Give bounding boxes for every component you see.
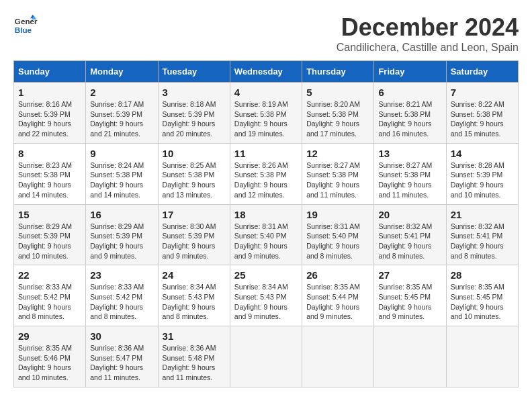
- day-number: 28: [451, 269, 514, 281]
- calendar-body: 1Sunrise: 8:16 AM Sunset: 5:39 PM Daylig…: [14, 83, 519, 387]
- day-info: Sunrise: 8:24 AM Sunset: 5:38 PM Dayligh…: [90, 161, 153, 200]
- day-number: 21: [451, 209, 514, 220]
- calendar-cell: 25Sunrise: 8:34 AM Sunset: 5:43 PM Dayli…: [230, 265, 302, 326]
- calendar-week-3: 15Sunrise: 8:29 AM Sunset: 5:39 PM Dayli…: [14, 204, 519, 265]
- day-info: Sunrise: 8:36 AM Sunset: 5:48 PM Dayligh…: [163, 343, 226, 383]
- day-number: 25: [234, 269, 298, 281]
- day-number: 20: [378, 209, 441, 220]
- location-title: Candilichera, Castille and Leon, Spain: [337, 42, 519, 54]
- day-info: Sunrise: 8:21 AM Sunset: 5:38 PM Dayligh…: [378, 99, 441, 139]
- day-number: 12: [306, 148, 369, 159]
- day-info: Sunrise: 8:18 AM Sunset: 5:39 PM Dayligh…: [163, 99, 226, 139]
- day-info: Sunrise: 8:17 AM Sunset: 5:39 PM Dayligh…: [90, 99, 153, 139]
- day-number: 23: [90, 269, 153, 281]
- day-number: 2: [90, 87, 153, 98]
- calendar-cell: 11Sunrise: 8:26 AM Sunset: 5:38 PM Dayli…: [230, 143, 302, 204]
- calendar-cell: 26Sunrise: 8:35 AM Sunset: 5:44 PM Dayli…: [302, 265, 374, 326]
- day-number: 30: [90, 330, 153, 342]
- calendar-cell: 24Sunrise: 8:34 AM Sunset: 5:43 PM Dayli…: [158, 265, 230, 326]
- svg-text:Blue: Blue: [15, 26, 32, 34]
- calendar-week-5: 29Sunrise: 8:35 AM Sunset: 5:46 PM Dayli…: [14, 326, 519, 387]
- day-info: Sunrise: 8:32 AM Sunset: 5:41 PM Dayligh…: [378, 222, 441, 261]
- calendar-cell: 6Sunrise: 8:21 AM Sunset: 5:38 PM Daylig…: [374, 83, 446, 144]
- day-number: 29: [18, 330, 81, 342]
- day-info: Sunrise: 8:26 AM Sunset: 5:38 PM Dayligh…: [234, 161, 298, 200]
- calendar-week-2: 8Sunrise: 8:23 AM Sunset: 5:38 PM Daylig…: [14, 143, 519, 204]
- day-info: Sunrise: 8:28 AM Sunset: 5:39 PM Dayligh…: [451, 161, 514, 200]
- calendar-cell: 30Sunrise: 8:36 AM Sunset: 5:47 PM Dayli…: [86, 326, 158, 387]
- title-section: December 2024 Candilichera, Castille and…: [337, 13, 519, 54]
- calendar-cell: 16Sunrise: 8:29 AM Sunset: 5:39 PM Dayli…: [86, 204, 158, 265]
- calendar-cell: [374, 326, 446, 387]
- day-info: Sunrise: 8:16 AM Sunset: 5:39 PM Dayligh…: [18, 99, 81, 139]
- day-info: Sunrise: 8:25 AM Sunset: 5:38 PM Dayligh…: [163, 161, 226, 200]
- calendar-cell: 2Sunrise: 8:17 AM Sunset: 5:39 PM Daylig…: [86, 83, 158, 144]
- day-info: Sunrise: 8:27 AM Sunset: 5:38 PM Dayligh…: [306, 161, 369, 200]
- day-info: Sunrise: 8:33 AM Sunset: 5:42 PM Dayligh…: [18, 282, 81, 322]
- calendar-header-row: SundayMondayTuesdayWednesdayThursdayFrid…: [14, 61, 519, 83]
- calendar-cell: [230, 326, 302, 387]
- day-info: Sunrise: 8:34 AM Sunset: 5:43 PM Dayligh…: [163, 282, 226, 322]
- day-number: 4: [234, 87, 298, 98]
- calendar-table: SundayMondayTuesdayWednesdayThursdayFrid…: [13, 60, 519, 387]
- calendar-cell: 23Sunrise: 8:33 AM Sunset: 5:42 PM Dayli…: [86, 265, 158, 326]
- day-info: Sunrise: 8:19 AM Sunset: 5:38 PM Dayligh…: [234, 99, 298, 139]
- day-number: 5: [306, 87, 369, 98]
- day-info: Sunrise: 8:31 AM Sunset: 5:40 PM Dayligh…: [234, 222, 298, 261]
- calendar-cell: 3Sunrise: 8:18 AM Sunset: 5:39 PM Daylig…: [158, 83, 230, 144]
- month-title: December 2024: [337, 13, 519, 42]
- day-header-sunday: Sunday: [14, 61, 86, 83]
- calendar-cell: 7Sunrise: 8:22 AM Sunset: 5:38 PM Daylig…: [446, 83, 518, 144]
- day-header-saturday: Saturday: [446, 61, 518, 83]
- day-number: 14: [451, 148, 514, 159]
- day-number: 1: [18, 87, 81, 98]
- calendar-cell: 15Sunrise: 8:29 AM Sunset: 5:39 PM Dayli…: [14, 204, 86, 265]
- day-header-tuesday: Tuesday: [158, 61, 230, 83]
- calendar-week-4: 22Sunrise: 8:33 AM Sunset: 5:42 PM Dayli…: [14, 265, 519, 326]
- day-number: 3: [163, 87, 226, 98]
- day-number: 13: [378, 148, 441, 159]
- day-info: Sunrise: 8:33 AM Sunset: 5:42 PM Dayligh…: [90, 282, 153, 322]
- day-number: 7: [451, 87, 514, 98]
- day-number: 22: [18, 269, 81, 281]
- day-info: Sunrise: 8:31 AM Sunset: 5:40 PM Dayligh…: [306, 222, 369, 261]
- day-number: 27: [378, 269, 441, 281]
- calendar-cell: 10Sunrise: 8:25 AM Sunset: 5:38 PM Dayli…: [158, 143, 230, 204]
- day-info: Sunrise: 8:32 AM Sunset: 5:41 PM Dayligh…: [451, 222, 514, 261]
- day-number: 19: [306, 209, 369, 220]
- day-number: 9: [90, 148, 153, 159]
- day-info: Sunrise: 8:29 AM Sunset: 5:39 PM Dayligh…: [18, 222, 81, 261]
- day-info: Sunrise: 8:35 AM Sunset: 5:46 PM Dayligh…: [18, 343, 81, 383]
- page-header: General Blue December 2024 Candilichera,…: [13, 13, 519, 54]
- day-number: 16: [90, 209, 153, 220]
- calendar-cell: 20Sunrise: 8:32 AM Sunset: 5:41 PM Dayli…: [374, 204, 446, 265]
- day-header-friday: Friday: [374, 61, 446, 83]
- day-header-thursday: Thursday: [302, 61, 374, 83]
- day-info: Sunrise: 8:23 AM Sunset: 5:38 PM Dayligh…: [18, 161, 81, 200]
- day-info: Sunrise: 8:22 AM Sunset: 5:38 PM Dayligh…: [451, 99, 514, 139]
- day-info: Sunrise: 8:35 AM Sunset: 5:45 PM Dayligh…: [378, 282, 441, 322]
- calendar-cell: 27Sunrise: 8:35 AM Sunset: 5:45 PM Dayli…: [374, 265, 446, 326]
- day-number: 26: [306, 269, 369, 281]
- day-number: 31: [163, 330, 226, 342]
- calendar-cell: 22Sunrise: 8:33 AM Sunset: 5:42 PM Dayli…: [14, 265, 86, 326]
- calendar-cell: 12Sunrise: 8:27 AM Sunset: 5:38 PM Dayli…: [302, 143, 374, 204]
- day-info: Sunrise: 8:36 AM Sunset: 5:47 PM Dayligh…: [90, 343, 153, 383]
- day-number: 11: [234, 148, 298, 159]
- calendar-week-1: 1Sunrise: 8:16 AM Sunset: 5:39 PM Daylig…: [14, 83, 519, 144]
- day-info: Sunrise: 8:27 AM Sunset: 5:38 PM Dayligh…: [378, 161, 441, 200]
- calendar-cell: 19Sunrise: 8:31 AM Sunset: 5:40 PM Dayli…: [302, 204, 374, 265]
- day-number: 10: [163, 148, 226, 159]
- calendar-cell: 8Sunrise: 8:23 AM Sunset: 5:38 PM Daylig…: [14, 143, 86, 204]
- calendar-cell: 14Sunrise: 8:28 AM Sunset: 5:39 PM Dayli…: [446, 143, 518, 204]
- calendar-cell: 1Sunrise: 8:16 AM Sunset: 5:39 PM Daylig…: [14, 83, 86, 144]
- calendar-cell: 17Sunrise: 8:30 AM Sunset: 5:39 PM Dayli…: [158, 204, 230, 265]
- calendar-cell: 13Sunrise: 8:27 AM Sunset: 5:38 PM Dayli…: [374, 143, 446, 204]
- day-info: Sunrise: 8:35 AM Sunset: 5:44 PM Dayligh…: [306, 282, 369, 322]
- day-info: Sunrise: 8:29 AM Sunset: 5:39 PM Dayligh…: [90, 222, 153, 261]
- calendar-cell: 21Sunrise: 8:32 AM Sunset: 5:41 PM Dayli…: [446, 204, 518, 265]
- day-number: 6: [378, 87, 441, 98]
- calendar-cell: 29Sunrise: 8:35 AM Sunset: 5:46 PM Dayli…: [14, 326, 86, 387]
- day-number: 8: [18, 148, 81, 159]
- logo-icon: General Blue: [13, 13, 38, 38]
